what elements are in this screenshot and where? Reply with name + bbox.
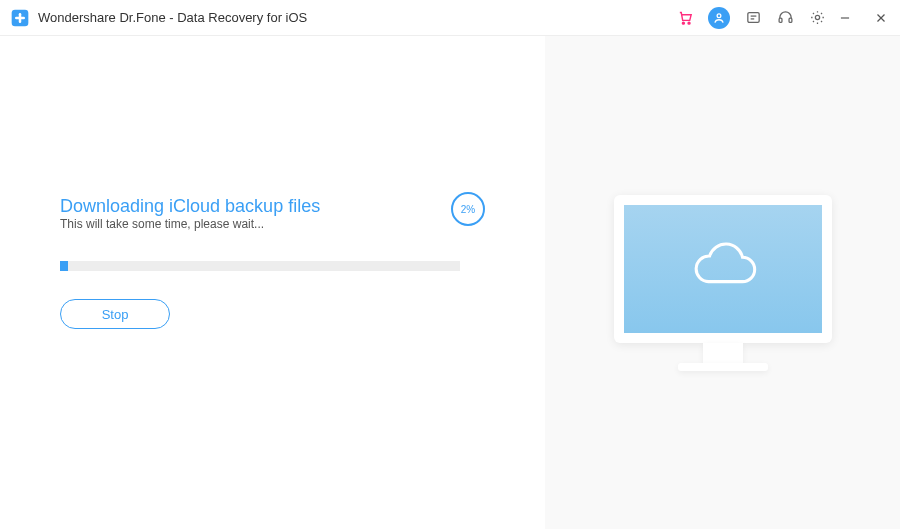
window-controls xyxy=(836,9,890,27)
cloud-icon xyxy=(684,242,762,296)
svg-point-3 xyxy=(682,22,684,24)
headset-icon[interactable] xyxy=(776,9,794,27)
svg-rect-2 xyxy=(15,16,25,19)
svg-rect-10 xyxy=(789,18,792,22)
stop-button-label: Stop xyxy=(102,307,129,322)
titlebar-actions xyxy=(676,7,826,29)
app-title: Wondershare Dr.Fone - Data Recovery for … xyxy=(38,10,676,25)
page-heading: Downloading iCloud backup files xyxy=(60,196,320,217)
app-logo-icon xyxy=(10,8,30,28)
progress-percent-ring: 2% xyxy=(451,192,485,226)
feedback-icon[interactable] xyxy=(744,9,762,27)
titlebar: Wondershare Dr.Fone - Data Recovery for … xyxy=(0,0,900,36)
minimize-button[interactable] xyxy=(836,9,854,27)
close-button[interactable] xyxy=(872,9,890,27)
app-window: Wondershare Dr.Fone - Data Recovery for … xyxy=(0,0,900,529)
progress-bar-fill xyxy=(60,261,68,271)
account-icon[interactable] xyxy=(708,7,730,29)
svg-rect-9 xyxy=(779,18,782,22)
svg-rect-6 xyxy=(747,13,758,23)
svg-point-11 xyxy=(815,15,819,19)
page-subtext: This will take some time, please wait... xyxy=(60,217,320,231)
main-pane: Downloading iCloud backup files This wil… xyxy=(0,36,545,529)
progress-bar xyxy=(60,261,460,271)
stop-button[interactable]: Stop xyxy=(60,299,170,329)
cart-icon[interactable] xyxy=(676,9,694,27)
svg-point-5 xyxy=(717,13,721,17)
illustration-pane xyxy=(545,36,900,529)
content-area: Downloading iCloud backup files This wil… xyxy=(0,36,900,529)
monitor-illustration xyxy=(614,195,832,371)
svg-point-4 xyxy=(688,22,690,24)
progress-percent-label: 2% xyxy=(461,204,475,215)
gear-icon[interactable] xyxy=(808,9,826,27)
